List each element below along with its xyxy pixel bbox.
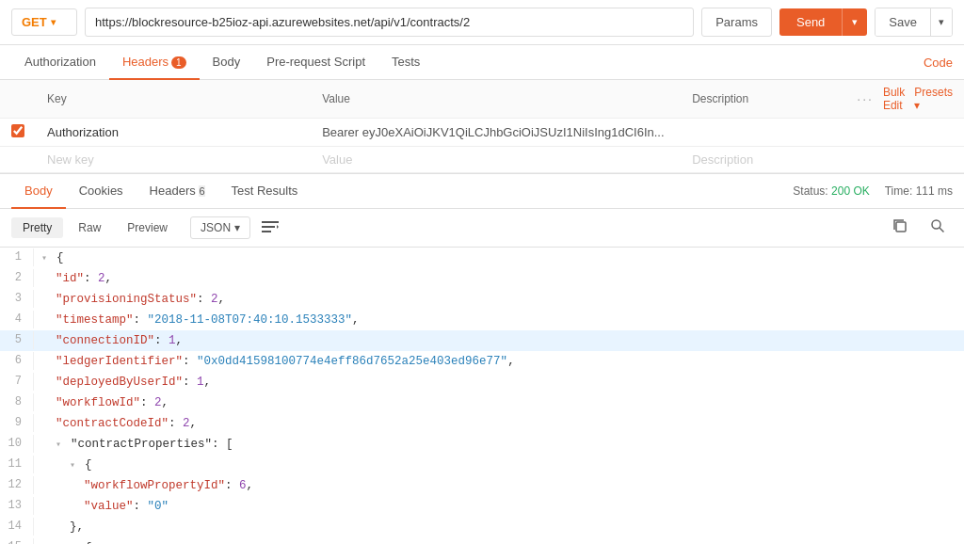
line-number: 10: [0, 435, 34, 453]
time-value: 111 ms: [916, 184, 953, 198]
copy-button[interactable]: [885, 215, 915, 241]
view-pretty-button[interactable]: Pretty: [11, 217, 63, 238]
header-desc-cell: [681, 119, 845, 147]
status-value: 200 OK: [831, 184, 870, 198]
th-checkbox: [0, 80, 36, 119]
line-content: "workflowId": 2,: [41, 393, 169, 412]
code-line-3: 3 "provisioningStatus": 2,: [0, 289, 964, 310]
header-actions-cell: [845, 119, 964, 147]
code-line-11: 11 ▾ {: [0, 455, 964, 475]
th-actions: ··· Bulk Edit Presets ▾: [845, 80, 964, 119]
more-options-icon[interactable]: ···: [857, 91, 874, 106]
status-label: Status: 200 OK: [793, 184, 869, 198]
send-arrow-button[interactable]: ▾: [842, 8, 867, 36]
placeholder-value-cell[interactable]: Value: [311, 147, 681, 173]
svg-rect-1: [262, 226, 275, 228]
header-key-cell: Authorization: [36, 119, 311, 147]
placeholder-desc-cell[interactable]: Description: [681, 147, 845, 173]
placeholder-actions-cell: [845, 147, 964, 173]
code-line-2: 2 "id": 2,: [0, 268, 964, 289]
code-line-8: 8 "workflowId": 2,: [0, 392, 964, 413]
header-row-authorization: Authorization Bearer eyJ0eXAiOiJKV1QiLCJ…: [0, 119, 964, 147]
line-content: ▾ {: [41, 538, 92, 544]
code-line-7: 7 "deployedByUserId": 1,: [0, 372, 964, 392]
save-button[interactable]: Save: [876, 8, 930, 36]
header-checkbox-cell[interactable]: [0, 119, 36, 147]
format-select[interactable]: JSON ▾: [190, 216, 250, 239]
header-value: Bearer eyJ0eXAiOiJKV1QiLCJhbGciOiJSUzI1N…: [322, 125, 664, 139]
tab-tests[interactable]: Tests: [378, 45, 433, 80]
code-line-1: 1▾ {: [0, 248, 964, 268]
search-icon: [930, 218, 945, 233]
code-line-10: 10 ▾ "contractProperties": [: [0, 434, 964, 455]
method-label: GET: [22, 15, 47, 29]
line-content: "connectionID": 1,: [41, 331, 183, 350]
code-line-13: 13 "value": "0": [0, 496, 964, 517]
header-placeholder-row: New key Value Description: [0, 147, 964, 173]
svg-marker-3: [277, 225, 279, 229]
line-number: 15: [0, 538, 34, 544]
tab-response-body[interactable]: Body: [11, 174, 66, 209]
tab-pre-request-script[interactable]: Pre-request Script: [253, 45, 378, 80]
send-button[interactable]: Send: [779, 8, 842, 36]
line-number: 7: [0, 373, 34, 391]
tab-authorization[interactable]: Authorization: [11, 45, 109, 80]
line-number: 2: [0, 269, 34, 287]
save-arrow-button[interactable]: ▾: [930, 8, 952, 36]
fold-icon[interactable]: ▾: [70, 543, 81, 544]
svg-rect-0: [262, 221, 279, 223]
line-content: "deployedByUserId": 1,: [41, 373, 211, 392]
code-line-4: 4 "timestamp": "2018-11-08T07:40:10.1533…: [0, 310, 964, 330]
wrap-button[interactable]: [254, 216, 286, 240]
svg-point-5: [932, 220, 940, 229]
method-select[interactable]: GET ▾: [11, 8, 77, 36]
code-line-9: 9 "contractCodeId": 2,: [0, 413, 964, 434]
line-number: 5: [0, 331, 34, 349]
top-bar: GET ▾ Params Send ▾ Save ▾: [0, 0, 964, 45]
bulk-edit-button[interactable]: Bulk Edit: [883, 86, 905, 112]
presets-button[interactable]: Presets ▾: [914, 86, 953, 112]
line-number: 11: [0, 456, 34, 473]
header-key: Authorization: [47, 125, 119, 139]
params-button[interactable]: Params: [701, 8, 772, 37]
tab-test-results[interactable]: Test Results: [218, 174, 312, 209]
time-label: Time: 111 ms: [885, 184, 953, 198]
code-wrapper: 1▾ {2 "id": 2,3 "provisioningStatus": 2,…: [0, 248, 964, 544]
header-checkbox[interactable]: [11, 124, 24, 137]
svg-rect-4: [896, 222, 906, 232]
line-content: ▾ {: [41, 456, 92, 474]
url-input[interactable]: [85, 8, 694, 37]
tab-response-headers[interactable]: Headers 6: [137, 174, 218, 209]
view-raw-button[interactable]: Raw: [67, 217, 112, 238]
tab-headers[interactable]: Headers1: [109, 45, 200, 80]
tab-response-cookies[interactable]: Cookies: [66, 174, 137, 209]
code-line-15: 15 ▾ {: [0, 537, 964, 544]
search-button[interactable]: [923, 215, 953, 241]
line-number: 1: [0, 248, 34, 266]
code-area[interactable]: 1▾ {2 "id": 2,3 "provisioningStatus": 2,…: [0, 248, 964, 544]
svg-rect-2: [262, 231, 271, 232]
tab-body[interactable]: Body: [200, 45, 254, 80]
fold-icon[interactable]: ▾: [41, 253, 53, 264]
placeholder-key-cell[interactable]: New key: [36, 147, 311, 173]
fold-icon[interactable]: ▾: [70, 460, 81, 471]
line-number: 4: [0, 311, 34, 328]
svg-line-6: [940, 228, 944, 232]
view-preview-button[interactable]: Preview: [116, 217, 179, 238]
line-content: "timestamp": "2018-11-08T07:40:10.153333…: [41, 311, 360, 329]
line-content: ▾ {: [41, 248, 64, 267]
th-description: Description: [681, 80, 845, 119]
line-content: "workflowPropertyId": 6,: [41, 476, 253, 495]
headers-section: Key Value Description ··· Bulk Edit Pres…: [0, 80, 964, 174]
format-chevron: ▾: [234, 221, 240, 234]
line-number: 8: [0, 393, 34, 411]
wrap-icon: [262, 220, 279, 233]
code-link[interactable]: Code: [924, 56, 953, 70]
code-line-6: 6 "ledgerIdentifier": "0x0dd41598100774e…: [0, 351, 964, 372]
line-number: 6: [0, 352, 34, 370]
method-chevron: ▾: [51, 17, 56, 27]
placeholder-desc: Description: [692, 152, 753, 167]
line-number: 12: [0, 476, 34, 494]
line-content: "provisioningStatus": 2,: [41, 290, 225, 309]
fold-icon[interactable]: ▾: [56, 440, 67, 450]
